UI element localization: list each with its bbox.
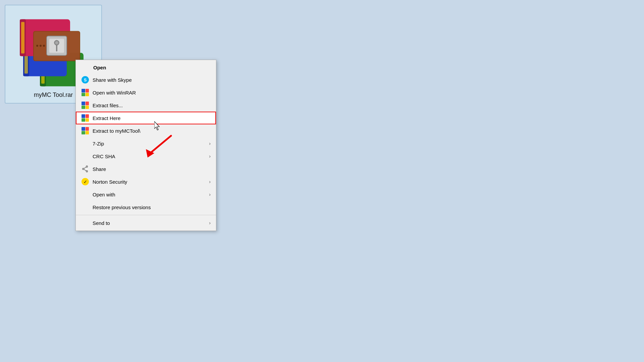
winrar-icon-small-2 [81,101,89,109]
menu-item-restore[interactable]: Restore previous versions [76,201,216,214]
menu-item-send-to[interactable]: Send to › [76,217,216,229]
svg-line-22 [84,167,86,169]
open-with-submenu-arrow: › [209,192,211,197]
menu-item-norton[interactable]: ✓ Norton Security › [76,175,216,188]
menu-item-open-with-label: Open with [93,192,209,197]
no-icon-send-to [81,219,89,227]
menu-item-7zip-label: 7-Zip [93,141,209,146]
menu-item-crc-sha-label: CRC SHA [93,154,209,159]
svg-point-19 [86,166,88,167]
svg-point-20 [86,171,88,172]
menu-item-extract-here[interactable]: Extract Here [76,112,216,124]
file-label: myMC Tool.rar [34,92,73,99]
svg-point-15 [56,42,58,44]
menu-item-restore-label: Restore previous versions [93,204,211,210]
svg-point-21 [83,168,84,170]
menu-item-extract-here-label: Extract Here [93,115,211,121]
skype-icon: S [81,76,89,84]
winrar-icon-small-4 [81,127,89,135]
menu-item-extract-to-label: Extract to myMCTool\ [93,128,211,134]
svg-point-16 [36,45,38,47]
menu-divider [76,215,216,215]
menu-item-7zip[interactable]: 7-Zip › [76,137,216,150]
svg-point-18 [43,45,45,47]
svg-line-23 [84,169,86,171]
share-icon [81,165,89,173]
menu-item-share-skype-label: Share with Skype [93,77,211,83]
menu-item-open-with[interactable]: Open with › [76,188,216,201]
winrar-icon-small-3 [81,114,89,122]
menu-item-open-label: Open [93,65,211,70]
menu-item-open-winrar-label: Open with WinRAR [93,90,211,96]
7zip-submenu-arrow: › [209,141,211,146]
menu-item-extract-to[interactable]: Extract to myMCTool\ [76,124,216,137]
menu-item-extract-files[interactable]: Extract files... [76,99,216,112]
menu-item-open[interactable]: Open [76,61,216,73]
winrar-icon-small [81,88,89,97]
desktop: myMC Tool.rar Open S Share with Skype Op… [0,0,644,362]
menu-item-extract-files-label: Extract files... [93,103,211,108]
menu-item-norton-label: Norton Security [93,179,209,185]
menu-item-crc-sha[interactable]: CRC SHA › [76,150,216,163]
norton-submenu-arrow: › [209,179,211,184]
no-icon-open-with [81,190,89,198]
norton-icon: ✓ [81,178,89,186]
menu-item-open-winrar[interactable]: Open with WinRAR [76,86,216,99]
context-menu: Open S Share with Skype Open with WinRAR… [75,60,216,231]
no-icon-7zip [81,139,89,147]
svg-point-17 [40,45,42,47]
crc-submenu-arrow: › [209,154,211,159]
send-to-submenu-arrow: › [209,220,211,226]
svg-rect-8 [21,22,24,53]
no-icon-crc [81,152,89,160]
menu-item-share-skype[interactable]: S Share with Skype [76,73,216,86]
menu-item-share-label: Share [93,166,211,172]
menu-item-share[interactable]: Share [76,163,216,175]
no-icon-restore [81,203,89,211]
menu-item-send-to-label: Send to [93,220,209,226]
